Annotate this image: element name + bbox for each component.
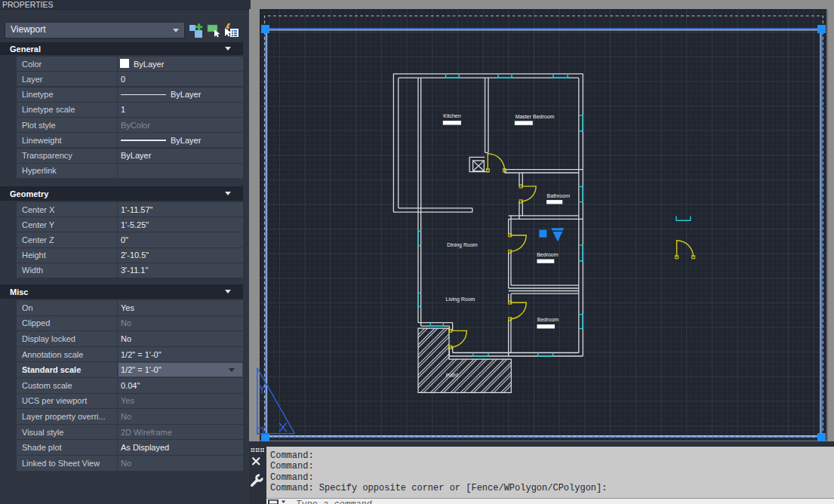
svg-text:Bedroom: Bedroom	[537, 317, 559, 322]
svg-text:Living Room: Living Room	[446, 297, 475, 303]
svg-text:Patio: Patio	[445, 371, 458, 380]
svg-text:Master Bedroom: Master Bedroom	[515, 114, 555, 119]
svg-text:Bathroom: Bathroom	[547, 193, 571, 198]
svg-text:Bedroom: Bedroom	[537, 252, 559, 257]
svg-text:Dining Room: Dining Room	[447, 242, 478, 248]
svg-text:Kitchen: Kitchen	[443, 113, 460, 118]
